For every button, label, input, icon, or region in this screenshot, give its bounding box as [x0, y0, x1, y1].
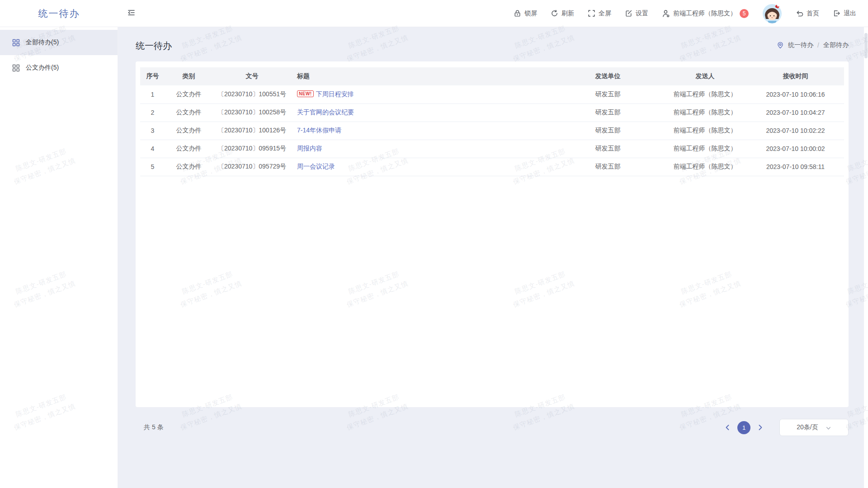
cell-doc-no: 〔20230710〕100126号 [212, 122, 292, 140]
table-row: 5 公文办件 〔20230710〕095729号 周一会议记录 研发五部 前端工… [140, 158, 844, 176]
refresh-button[interactable]: 刷新 [551, 9, 574, 18]
cell-title: 周报内容 [292, 140, 552, 158]
topbar-actions: 锁屏 刷新 [514, 4, 868, 23]
col-header-time: 接收时间 [747, 67, 844, 85]
cell-unit: 研发五部 [552, 122, 663, 140]
cell-seq: 5 [140, 158, 165, 176]
logout-button[interactable]: 退出 [833, 9, 856, 18]
cell-category: 公文办件 [165, 85, 212, 103]
home-button[interactable]: 首页 [796, 9, 819, 18]
user-icon [662, 9, 670, 18]
cell-sender: 前端工程师（陈思文） [663, 103, 747, 122]
cell-time: 2023-07-10 10:04:27 [747, 103, 844, 122]
logout-label: 退出 [844, 9, 856, 18]
col-header-category: 类别 [165, 67, 212, 85]
col-header-seq: 序号 [140, 67, 165, 85]
cell-title: 周一会议记录 [292, 158, 552, 176]
username-text: 前端工程师（陈思文） [673, 9, 736, 18]
sidebar-item-all-todo[interactable]: 全部待办(5) [0, 30, 118, 55]
doc-title-link[interactable]: 周报内容 [297, 145, 322, 152]
app-root: 统一待办 锁屏 [0, 0, 868, 488]
main-content: 统一待办 统一待办 / 全部待办 [118, 27, 868, 488]
col-header-unit: 发送单位 [552, 67, 663, 85]
cell-unit: 研发五部 [552, 140, 663, 158]
sidebar-item-label: 公文办件(5) [26, 64, 59, 72]
cell-seq: 2 [140, 103, 165, 122]
cell-doc-no: 〔20230710〕095915号 [212, 140, 292, 158]
grid-icon [12, 39, 20, 47]
refresh-icon [551, 9, 558, 17]
cell-doc-no: 〔20230710〕100551号 [212, 85, 292, 103]
cell-category: 公文办件 [165, 140, 212, 158]
breadcrumb: 统一待办 / 全部待办 [777, 41, 849, 49]
todo-table: 序号 类别 文号 标题 发送单位 发送人 接收时间 1 公文办件 [140, 67, 844, 176]
cell-unit: 研发五部 [552, 158, 663, 176]
pagination: 1 20条/页 [723, 419, 849, 436]
cell-title: 关于官网的会议纪要 [292, 103, 552, 122]
settings-label: 设置 [636, 9, 648, 18]
cell-sender: 前端工程师（陈思文） [663, 158, 747, 176]
cell-category: 公文办件 [165, 122, 212, 140]
col-header-doc-no: 文号 [212, 67, 292, 85]
logout-icon [833, 9, 840, 17]
todo-count-badge: 5 [740, 9, 749, 18]
breadcrumb-current[interactable]: 全部待办 [823, 41, 849, 49]
next-page-button[interactable] [756, 422, 765, 432]
doc-title-link[interactable]: 周一会议记录 [297, 163, 335, 170]
cell-sender: 前端工程师（陈思文） [663, 85, 747, 103]
settings-edit-icon [625, 9, 632, 17]
col-header-title: 标题 [292, 67, 552, 85]
sidebar-item-label: 全部待办(5) [26, 38, 59, 47]
prev-page-button[interactable] [723, 422, 732, 432]
table-footer: 共 5 条 1 20条/页 [136, 419, 849, 436]
cell-category: 公文办件 [165, 103, 212, 122]
cell-time: 2023-07-10 10:00:02 [747, 140, 844, 158]
total-count-text: 共 5 条 [144, 423, 164, 432]
cell-time: 2023-07-10 09:58:11 [747, 158, 844, 176]
page-size-select[interactable]: 20条/页 [779, 419, 849, 436]
fullscreen-button[interactable]: 全屏 [588, 9, 611, 18]
page-scrollbar [864, 27, 868, 488]
doc-title-link[interactable]: 下周日程安排 [316, 90, 354, 98]
grid-icon [12, 64, 20, 72]
table-row: 2 公文办件 〔20230710〕100258号 关于官网的会议纪要 研发五部 … [140, 103, 844, 122]
page-size-value: 20条/页 [797, 423, 818, 432]
breadcrumb-separator: / [817, 42, 819, 49]
sidebar: 全部待办(5) 公文办件(5) [0, 27, 118, 488]
settings-button[interactable]: 设置 [625, 9, 648, 18]
cell-sender: 前端工程师（陈思文） [663, 140, 747, 158]
sidebar-collapse-button[interactable] [127, 9, 135, 18]
chevron-down-icon [826, 425, 831, 431]
lock-screen-button[interactable]: 锁屏 [514, 9, 537, 18]
lock-screen-label: 锁屏 [524, 9, 537, 18]
lock-icon [514, 9, 521, 17]
fold-icon [127, 9, 135, 18]
col-header-sender: 发送人 [663, 67, 747, 85]
cell-time: 2023-07-10 10:06:16 [747, 85, 844, 103]
cell-seq: 3 [140, 122, 165, 140]
current-user-button[interactable]: 前端工程师（陈思文） 5 [662, 9, 749, 18]
cell-unit: 研发五部 [552, 85, 663, 103]
fullscreen-label: 全屏 [599, 9, 611, 18]
sidebar-item-official-doc[interactable]: 公文办件(5) [0, 55, 118, 80]
table-row: 4 公文办件 〔20230710〕095915号 周报内容 研发五部 前端工程师… [140, 140, 844, 158]
undo-home-icon [796, 9, 803, 17]
page-title: 统一待办 [136, 40, 172, 52]
user-avatar[interactable] [762, 4, 782, 23]
breadcrumb-root[interactable]: 统一待办 [788, 41, 813, 49]
table-row: 3 公文办件 〔20230710〕100126号 7-14年休假申请 研发五部 … [140, 122, 844, 140]
location-pin-icon [777, 42, 784, 49]
cell-category: 公文办件 [165, 158, 212, 176]
scrollbar-thumb[interactable] [864, 33, 868, 58]
table-row: 1 公文办件 〔20230710〕100551号 NEW!下周日程安排 研发五部… [140, 85, 844, 103]
current-page-button[interactable]: 1 [737, 421, 750, 434]
todo-table-card: 序号 类别 文号 标题 发送单位 发送人 接收时间 1 公文办件 [136, 61, 849, 407]
cell-sender: 前端工程师（陈思文） [663, 122, 747, 140]
cell-doc-no: 〔20230710〕100258号 [212, 103, 292, 122]
new-badge: NEW! [297, 90, 314, 97]
doc-title-link[interactable]: 7-14年休假申请 [297, 127, 341, 134]
top-header: 统一待办 锁屏 [0, 0, 868, 27]
cell-title: 7-14年休假申请 [292, 122, 552, 140]
doc-title-link[interactable]: 关于官网的会议纪要 [297, 108, 354, 116]
home-label: 首页 [807, 9, 819, 18]
